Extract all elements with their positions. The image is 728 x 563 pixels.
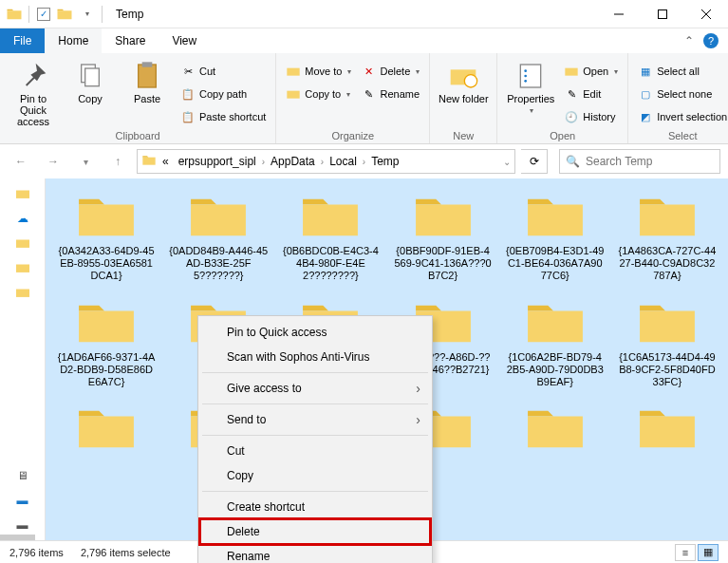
rename-button[interactable]: ✎Rename	[359, 84, 421, 104]
breadcrumb[interactable]: « erpsupport_sipl› AppData› Local› Temp …	[137, 149, 515, 174]
collapse-ribbon-icon[interactable]: ⌃	[684, 34, 694, 47]
context-menu: Pin to Quick access Scan with Sophos Ant…	[197, 315, 433, 563]
up-button[interactable]: ↑	[104, 148, 131, 175]
folder-icon	[522, 296, 588, 347]
breadcrumb-prefix[interactable]: «	[159, 155, 173, 168]
ctx-create-shortcut[interactable]: Create shortcut	[200, 495, 430, 519]
chevron-right-icon[interactable]: ›	[321, 157, 324, 167]
folder-name: {0B6BDC0B-E4C3-44B4-980F-E4E2????????}	[281, 245, 380, 283]
copy-to-button[interactable]: Copy to▾	[284, 84, 353, 104]
history-icon: 🕘	[564, 109, 579, 124]
details-view-button[interactable]: ≡	[675, 544, 696, 561]
svg-rect-1	[659, 9, 667, 18]
chevron-right-icon[interactable]: ›	[262, 157, 265, 167]
invert-selection-button[interactable]: ◩Invert selection	[636, 106, 728, 127]
tab-home[interactable]: Home	[45, 28, 102, 53]
folder-name: {1A4863CA-727C-4427-B440-C9AD8C32787A}	[618, 245, 717, 283]
search-input[interactable]	[586, 155, 714, 168]
large-icons-view-button[interactable]: ▦	[698, 544, 719, 561]
maximize-button[interactable]	[641, 0, 684, 28]
move-to-button[interactable]: Move to▾	[284, 61, 353, 82]
minimize-button[interactable]	[597, 0, 641, 28]
tree-folder-icon[interactable]	[11, 234, 34, 253]
folder-icon	[634, 190, 700, 241]
folder-item[interactable]: {1AD6AF66-9371-4AD2-BDB9-D58E86DE6A7C}	[53, 292, 159, 393]
tab-share[interactable]: Share	[102, 28, 159, 53]
history-button[interactable]: 🕘History	[562, 106, 620, 127]
folder-item[interactable]	[53, 398, 159, 460]
scissors-icon: ✂	[180, 64, 196, 79]
folder-item[interactable]: {0BBF90DF-91EB-4569-9C41-136A???0B7C2}	[389, 186, 495, 287]
svg-rect-6	[139, 65, 157, 87]
folder-icon	[141, 153, 157, 171]
tree-thispc-icon[interactable]: 🖥	[11, 466, 34, 485]
tree-drive-icon[interactable]: ▬	[11, 491, 34, 510]
breadcrumb-segment[interactable]: erpsupport_sipl	[175, 155, 260, 168]
tree-folder-icon[interactable]	[11, 283, 34, 302]
svg-point-10	[525, 69, 528, 72]
folder-name: {0BBF90DF-91EB-4569-9C41-136A???0B7C2}	[393, 245, 492, 283]
group-open: Properties▾ Open▾ ✎Edit 🕘History Open	[497, 53, 628, 143]
properties-button[interactable]: Properties▾	[505, 57, 556, 115]
select-all-button[interactable]: ▦Select all	[636, 61, 728, 82]
forward-button[interactable]: →	[40, 148, 66, 175]
ctx-pin-to-quick-access[interactable]: Pin to Quick access	[200, 320, 430, 345]
tab-view[interactable]: View	[159, 28, 210, 53]
refresh-button[interactable]: ⟳	[521, 149, 548, 174]
pin-to-quick-access-button[interactable]: Pin to Quick access	[8, 57, 59, 127]
checkbox-icon[interactable]: ✓	[35, 6, 52, 23]
cut-button[interactable]: ✂Cut	[178, 61, 268, 82]
folder-item[interactable]: {0B6BDC0B-E4C3-44B4-980F-E4E2????????}	[277, 186, 383, 287]
ctx-rename[interactable]: Rename	[200, 544, 430, 563]
ctx-scan-antivirus[interactable]: Scan with Sophos Anti-Virus	[200, 345, 430, 369]
svg-point-12	[525, 80, 528, 83]
open-button[interactable]: Open▾	[562, 61, 620, 82]
folder-item[interactable]: {0A342A33-64D9-45EB-8955-03EA6581DCA1}	[53, 186, 159, 287]
folder-item[interactable]: {1C06A2BF-BD79-42B5-A90D-79D0DB3B9EAF}	[502, 292, 608, 393]
ctx-delete[interactable]: Delete	[200, 519, 430, 544]
delete-button[interactable]: ✕Delete▾	[359, 61, 421, 82]
quick-access-toolbar: ✓ ▾	[0, 6, 110, 23]
folder-item[interactable]: {1A4863CA-727C-4427-B440-C9AD8C32787A}	[614, 186, 720, 287]
ctx-copy[interactable]: Copy	[200, 463, 430, 488]
tree-folder-icon[interactable]	[11, 184, 34, 203]
folder-item[interactable]: {0ADD84B9-A446-45AD-B33E-25F5???????}	[165, 186, 271, 287]
ctx-send-to[interactable]: Send to	[200, 407, 430, 432]
ctx-give-access-to[interactable]: Give access to	[200, 376, 430, 401]
search-icon: 🔍	[566, 155, 580, 168]
chevron-right-icon[interactable]: ›	[363, 157, 365, 167]
recent-locations-button[interactable]: ▾	[72, 148, 99, 175]
tree-drive-icon[interactable]: ▬	[11, 516, 34, 535]
help-icon[interactable]: ?	[703, 33, 719, 48]
folder-item[interactable]: {0EB709B4-E3D1-49C1-BE64-036A7A9077C6}	[502, 186, 608, 287]
paste-shortcut-button[interactable]: 📋Paste shortcut	[178, 106, 268, 127]
close-button[interactable]	[684, 0, 728, 28]
tab-file[interactable]: File	[0, 28, 45, 53]
svg-rect-9	[521, 65, 541, 87]
folder-item[interactable]	[502, 398, 608, 460]
breadcrumb-segment[interactable]: Temp	[367, 155, 402, 168]
tree-onedrive-icon[interactable]: ☁	[11, 209, 34, 228]
select-none-button[interactable]: ▢Select none	[636, 84, 728, 104]
group-select: ▦Select all ▢Select none ◩Invert selecti…	[628, 53, 728, 143]
back-button[interactable]: ←	[8, 148, 34, 175]
folder-item[interactable]	[614, 398, 720, 460]
edit-button[interactable]: ✎Edit	[562, 84, 620, 104]
folder-icon	[286, 64, 301, 79]
folder-item[interactable]: {1C6A5173-44D4-49B8-9CF2-5F8D40FD33FC}	[614, 292, 720, 393]
qat-dropdown-icon[interactable]: ▾	[79, 6, 96, 23]
group-label: New	[438, 128, 489, 141]
copy-button[interactable]: Copy	[65, 57, 116, 104]
ctx-cut[interactable]: Cut	[200, 439, 430, 463]
search-box[interactable]: 🔍	[559, 149, 720, 174]
copy-path-button[interactable]: 📋Copy path	[178, 84, 268, 104]
breadcrumb-segment[interactable]: AppData	[267, 155, 319, 168]
paste-button[interactable]: Paste	[121, 57, 173, 104]
navigation-pane[interactable]: ☁ 🖥 ▬ ▬	[0, 178, 46, 540]
folder-icon[interactable]	[56, 6, 73, 23]
new-folder-button[interactable]: New folder	[438, 57, 489, 104]
breadcrumb-segment[interactable]: Local	[326, 155, 361, 168]
dropdown-icon[interactable]: ⌄	[503, 157, 511, 167]
tree-folder-icon[interactable]	[11, 258, 34, 277]
status-selected-count: 2,796 items selecte	[81, 547, 171, 558]
